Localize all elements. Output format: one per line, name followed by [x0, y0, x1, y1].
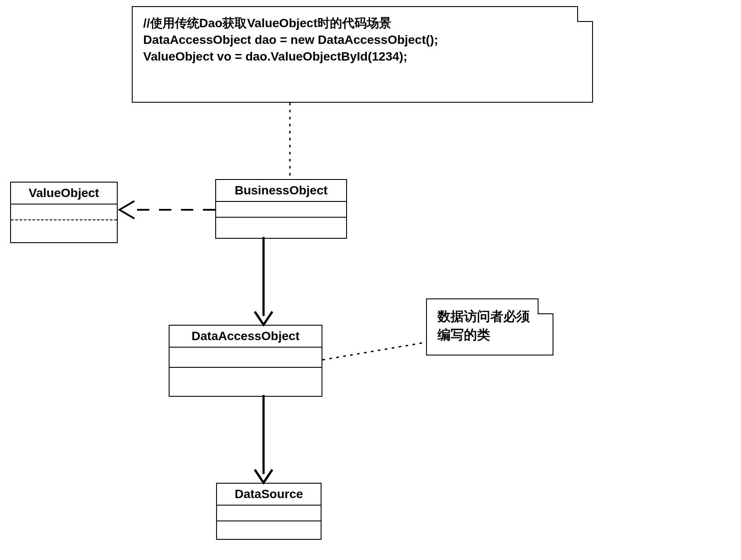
code-line-2: DataAccessObject dao = new DataAccessObj… — [143, 32, 582, 48]
class-value-object: ValueObject — [10, 182, 118, 243]
note-description: 数据访问者必须 编写的类 — [426, 298, 553, 355]
class-business-object: BusinessObject — [215, 179, 347, 239]
note-fold-icon — [538, 298, 553, 314]
note-fold-icon — [577, 6, 593, 22]
code-line-3: ValueObject vo = dao.ValueObjectById(123… — [143, 48, 582, 65]
note-desc-line-2: 编写的类 — [437, 326, 542, 344]
note-code: //使用传统Dao获取ValueObject时的代码场景 DataAccessO… — [132, 6, 593, 103]
class-op-sect — [216, 218, 346, 238]
class-op-sect — [170, 368, 322, 396]
class-op-sect — [11, 220, 117, 242]
class-attr-sect — [216, 202, 346, 218]
class-attr-sect — [170, 348, 322, 368]
svg-line-4 — [322, 342, 426, 360]
class-data-access-object: DataAccessObject — [169, 325, 322, 397]
class-title: DataAccessObject — [170, 326, 322, 348]
class-data-source: DataSource — [216, 483, 322, 540]
code-line-1: //使用传统Dao获取ValueObject时的代码场景 — [143, 15, 582, 32]
class-op-sect — [217, 521, 321, 539]
note-desc-line-1: 数据访问者必须 — [437, 307, 542, 326]
class-attr-sect — [217, 506, 321, 521]
class-title: DataSource — [217, 484, 321, 506]
class-attr-sect — [11, 205, 117, 220]
class-title: ValueObject — [11, 183, 117, 205]
class-title: BusinessObject — [216, 180, 346, 202]
